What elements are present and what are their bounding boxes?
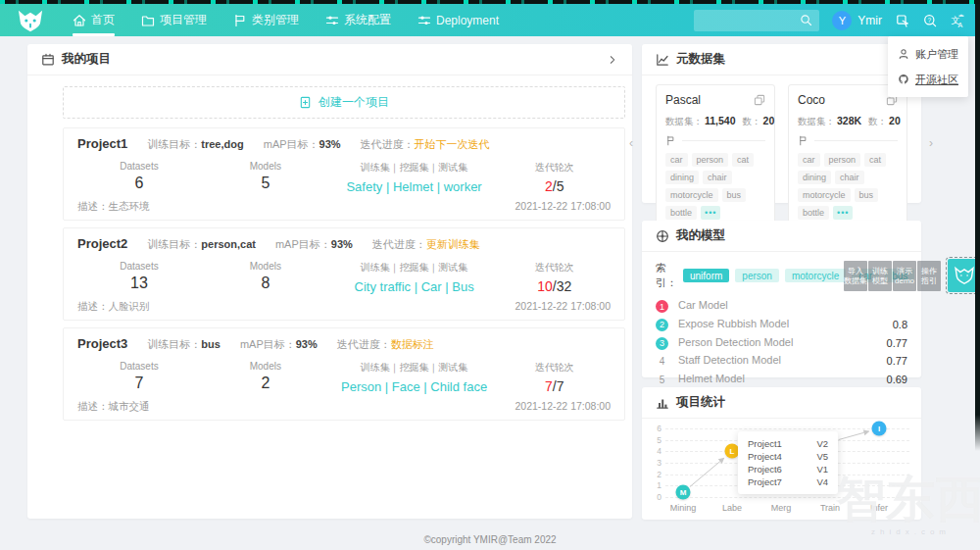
keyword-chip: person xyxy=(692,153,729,167)
dock-guide-button[interactable]: 操作指引 xyxy=(917,261,941,291)
project-timestamp: 2021-12-22 17:08:00 xyxy=(515,200,612,214)
progress-action-link[interactable]: 更新训练集 xyxy=(426,238,480,250)
keyword-flag-row xyxy=(798,135,898,146)
model-name[interactable]: Car Model xyxy=(678,299,898,311)
keyword-chip: cat xyxy=(864,153,886,167)
project-sets-link[interactable]: Safety | Helmet | worker xyxy=(330,179,499,194)
svg-text:A: A xyxy=(958,21,963,27)
model-row[interactable]: 1 Car Model xyxy=(656,299,907,318)
index-tag-motorcycle[interactable]: motorcycle xyxy=(785,269,846,282)
more-keywords-chip[interactable]: ••• xyxy=(701,206,720,220)
x-tick-label: Labe xyxy=(722,503,742,513)
my-models-panel: 我的模型 索引： uniformpersonmotorcyclecarbus 1… xyxy=(642,221,921,377)
model-row[interactable]: 3 Person Detection Model 0.77 xyxy=(656,336,907,355)
guide-icon[interactable] xyxy=(896,14,909,27)
dock-demo-button[interactable]: 演示demo xyxy=(893,261,916,291)
model-name[interactable]: Person Detection Model xyxy=(678,336,877,348)
stat-rounds: 迭代轮次2/5 xyxy=(498,161,611,194)
dataset-card-pascal[interactable]: Pascal 数据集：11,540 数：20 carpersoncatdinin… xyxy=(656,84,775,228)
x-tick-label: Merg xyxy=(771,503,792,513)
keyword-chip: bus xyxy=(722,188,747,202)
keyword-chip: person xyxy=(824,153,861,167)
project-sets-link[interactable]: City traffic | Car | Bus xyxy=(330,279,499,294)
project-name[interactable]: Project3 xyxy=(77,336,127,352)
more-keywords-chip[interactable]: ••• xyxy=(833,206,853,220)
language-icon[interactable]: 文A xyxy=(951,14,964,27)
map-target: mAP目标：93% xyxy=(275,236,353,252)
stat-datasets: Datasets7 xyxy=(77,361,201,394)
dock-train-model-button[interactable]: 训练模型 xyxy=(868,261,892,291)
index-tag-uniform[interactable]: uniform xyxy=(683,269,729,282)
tooltip-project: Project7 xyxy=(748,475,782,488)
screen-artifact-right xyxy=(975,0,980,451)
project-sets-link[interactable]: Person | Face | Child face xyxy=(330,379,499,394)
chevron-right-icon[interactable] xyxy=(607,54,618,66)
rank-badge: 3 xyxy=(656,337,668,350)
panel-title: 我的模型 xyxy=(676,227,725,244)
model-name[interactable]: Staff Detection Model xyxy=(678,354,877,366)
keyword-chip: bottle xyxy=(798,206,829,220)
rank-badge: 4 xyxy=(656,355,668,368)
stat-models: Models2 xyxy=(201,361,330,394)
nav-item-deployment[interactable]: Deployment xyxy=(417,4,499,36)
carousel-prev-arrow[interactable]: ‹ xyxy=(629,136,633,150)
nav-item-projects[interactable]: 项目管理 xyxy=(141,4,207,36)
tooltip-version: V4 xyxy=(816,475,828,488)
model-map-value: 0.8 xyxy=(893,318,907,331)
search-input[interactable] xyxy=(701,15,800,26)
ymir-fox-logo[interactable] xyxy=(16,8,45,33)
carousel-next-arrow[interactable]: › xyxy=(929,136,933,150)
username[interactable]: Ymir xyxy=(858,14,882,27)
copy-icon[interactable] xyxy=(754,94,765,106)
chart-data-point: M xyxy=(676,485,691,500)
nav-item-classes[interactable]: 类别管理 xyxy=(233,4,299,36)
keyword-chip: chair xyxy=(835,171,864,184)
keyword-chip: cat xyxy=(732,153,754,167)
model-icon xyxy=(656,229,669,243)
project-name[interactable]: Project1 xyxy=(77,136,127,152)
project-card[interactable]: Project2 训练目标：person,cat mAP目标：93% 迭代进度：… xyxy=(63,227,625,321)
x-tick-label: Mining xyxy=(670,503,697,513)
my-projects-header: 我的项目 xyxy=(27,44,632,75)
keyword-flag-row xyxy=(665,135,765,146)
menu-item-account[interactable]: 账户管理 xyxy=(888,41,968,67)
keyword-chip: bus xyxy=(855,188,879,202)
index-tag-person[interactable]: person xyxy=(735,269,779,282)
create-project-button[interactable]: 创建一个项目 xyxy=(63,86,625,119)
iteration-progress: 迭代进度：更新训练集 xyxy=(372,236,480,252)
svg-text:?: ? xyxy=(927,16,931,23)
model-list: 1 Car Model 2 Expose Rubbish Model 0.8 3… xyxy=(656,299,907,391)
model-row[interactable]: 2 Expose Rubbish Model 0.8 xyxy=(656,318,907,336)
x-tick-label: Train xyxy=(820,503,840,513)
model-name[interactable]: Helmet Model xyxy=(678,373,877,384)
rank-badge: 2 xyxy=(656,319,668,331)
stat-rounds: 迭代轮次7/7 xyxy=(498,361,611,394)
menu-item-community[interactable]: 开源社区 xyxy=(888,67,968,92)
avatar[interactable]: Y xyxy=(832,11,852,30)
model-row[interactable]: 4 Staff Detection Model 0.77 xyxy=(656,354,907,373)
nav-item-home[interactable]: 首页 xyxy=(73,4,115,36)
sliders-icon xyxy=(325,14,339,27)
search-icon[interactable] xyxy=(800,14,812,26)
nav-label: 系统配置 xyxy=(344,12,391,28)
help-icon[interactable]: ? xyxy=(923,14,937,27)
project-card[interactable]: Project3 训练目标：bus mAP目标：93% 迭代进度：数据标注 Da… xyxy=(63,327,625,421)
tooltip-version: V5 xyxy=(816,450,828,463)
metadata-header: 元数据集 xyxy=(642,44,921,75)
nav-item-system-config[interactable]: 系统配置 xyxy=(325,4,391,36)
project-stats-chart: 0123456MiningMLabeLMergMTrainTInferIProj… xyxy=(652,421,911,519)
home-icon xyxy=(73,14,86,27)
progress-action-link[interactable]: 数据标注 xyxy=(391,338,434,350)
project-name[interactable]: Project2 xyxy=(77,236,127,252)
stat-datasets: Datasets6 xyxy=(77,161,201,194)
model-name[interactable]: Expose Rubbish Model xyxy=(678,318,883,329)
keyword-chip: dining xyxy=(798,171,831,184)
project-card[interactable]: Project1 训练目标：tree,dog mAP目标：93% 迭代进度：开始… xyxy=(63,127,625,221)
tooltip-project: Project1 xyxy=(748,437,782,450)
dock-import-dataset-button[interactable]: 导入数据集 xyxy=(844,261,867,291)
copyright-footer: ©copyright YMIR@Team 2022 xyxy=(0,534,980,545)
keyword-chip: dining xyxy=(665,171,699,184)
progress-action-link[interactable]: 开始下一次迭代 xyxy=(415,138,490,150)
dataset-card-coco[interactable]: Coco 数据集：328K 数：20 carpersoncatdiningcha… xyxy=(788,84,907,228)
stat-models: Models8 xyxy=(201,261,330,294)
